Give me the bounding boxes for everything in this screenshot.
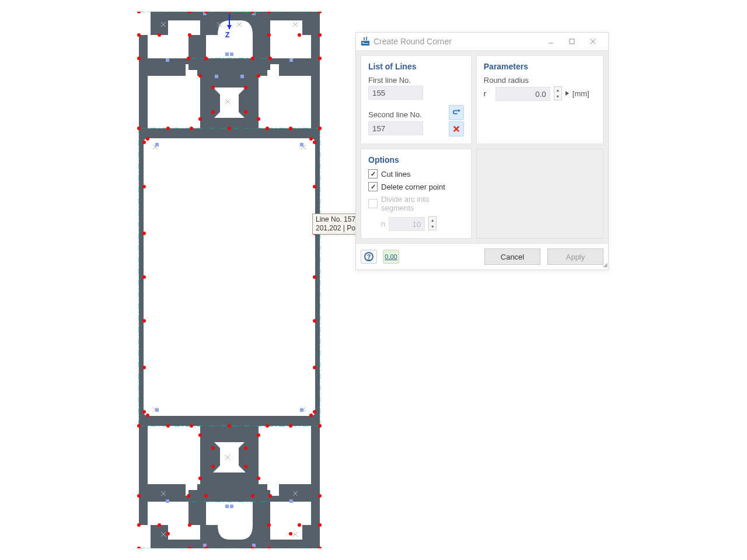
cut-lines-label: Cut lines xyxy=(381,170,411,178)
svg-point-136 xyxy=(268,494,272,498)
divide-arc-checkbox xyxy=(368,199,378,208)
svg-rect-24 xyxy=(300,143,303,146)
help-button[interactable]: ? xyxy=(361,250,377,264)
svg-rect-1 xyxy=(139,35,148,128)
list-of-lines-header: List of Lines xyxy=(368,62,464,71)
dialog-bottombar: ? 0,00 Cancel Apply xyxy=(356,243,608,270)
svg-point-123 xyxy=(266,424,269,428)
svg-point-141 xyxy=(188,523,191,527)
svg-point-103 xyxy=(309,137,313,141)
radius-flyout-icon[interactable] xyxy=(566,91,569,96)
svg-rect-164 xyxy=(362,43,368,44)
dialog-title: Create Round Corner xyxy=(374,37,540,46)
first-line-label: First line No. xyxy=(368,76,464,85)
svg-point-99 xyxy=(228,127,231,130)
svg-point-122 xyxy=(190,424,193,428)
clear-line-button[interactable] xyxy=(449,121,464,136)
svg-point-95 xyxy=(166,127,170,130)
svg-rect-23 xyxy=(155,143,159,146)
pick-swap-button[interactable] xyxy=(449,105,464,120)
svg-rect-165 xyxy=(364,37,365,40)
svg-rect-39 xyxy=(225,505,229,508)
svg-rect-29 xyxy=(166,58,169,62)
svg-point-80 xyxy=(318,57,322,60)
svg-point-112 xyxy=(142,366,146,369)
svg-marker-159 xyxy=(227,25,232,29)
radius-input[interactable] xyxy=(495,87,550,101)
svg-rect-8 xyxy=(311,426,320,525)
svg-point-131 xyxy=(198,477,202,480)
svg-point-88 xyxy=(244,86,247,89)
svg-rect-163 xyxy=(362,42,364,43)
first-line-input[interactable] xyxy=(368,86,423,100)
svg-point-121 xyxy=(289,424,292,428)
empty-panel xyxy=(476,149,603,239)
parameters-header: Parameters xyxy=(484,62,596,71)
svg-point-110 xyxy=(142,319,146,323)
resize-grip-icon[interactable]: ◢ xyxy=(603,261,606,268)
svg-point-152 xyxy=(289,532,292,536)
svg-point-127 xyxy=(211,446,215,450)
cut-lines-checkbox[interactable] xyxy=(368,169,378,178)
svg-point-149 xyxy=(158,523,161,527)
svg-rect-33 xyxy=(166,499,169,503)
svg-rect-11 xyxy=(200,473,259,484)
app-icon xyxy=(361,37,370,46)
svg-point-82 xyxy=(268,57,272,60)
svg-point-105 xyxy=(313,185,316,188)
svg-point-119 xyxy=(318,424,322,428)
svg-point-90 xyxy=(244,110,247,114)
window-minimize-button[interactable] xyxy=(540,34,561,49)
svg-rect-34 xyxy=(289,499,293,503)
svg-rect-2 xyxy=(311,35,320,128)
svg-point-91 xyxy=(198,117,202,121)
help-icon: ? xyxy=(364,252,374,261)
svg-point-142 xyxy=(267,523,271,527)
delete-corner-label: Delete corner point xyxy=(381,183,445,191)
svg-point-126 xyxy=(257,433,260,437)
svg-text:Y: Y xyxy=(252,12,257,16)
radius-stepper[interactable]: ▲▼ xyxy=(554,86,562,100)
svg-point-81 xyxy=(187,57,190,60)
svg-rect-22 xyxy=(144,139,315,415)
svg-point-139 xyxy=(137,523,141,527)
apply-button[interactable]: Apply xyxy=(547,249,603,265)
svg-point-87 xyxy=(211,86,215,89)
window-maximize-button[interactable] xyxy=(561,34,582,49)
svg-point-92 xyxy=(257,117,260,121)
second-line-input[interactable] xyxy=(368,121,423,135)
svg-rect-166 xyxy=(366,37,367,40)
svg-rect-31 xyxy=(215,75,218,78)
svg-point-138 xyxy=(251,494,254,498)
svg-point-102 xyxy=(146,137,149,141)
section-viewport[interactable]: Y Z xyxy=(133,12,326,548)
radius-unit: [mm] xyxy=(573,89,589,98)
svg-point-100 xyxy=(142,141,146,144)
segments-stepper: ▲▼ xyxy=(428,216,437,230)
svg-point-134 xyxy=(318,494,322,498)
round-radius-label: Round radius xyxy=(484,76,596,85)
svg-rect-40 xyxy=(230,505,233,508)
svg-point-101 xyxy=(313,141,316,144)
cancel-button[interactable]: Cancel xyxy=(484,249,540,265)
precision-button[interactable]: 0,00 xyxy=(383,250,399,264)
dialog-titlebar[interactable]: Create Round Corner xyxy=(356,33,608,51)
svg-point-116 xyxy=(146,414,149,417)
svg-point-143 xyxy=(137,547,141,548)
svg-point-93 xyxy=(137,127,141,130)
svg-point-132 xyxy=(257,477,260,480)
svg-point-135 xyxy=(187,494,190,498)
svg-point-109 xyxy=(313,275,316,279)
svg-point-128 xyxy=(244,446,247,450)
svg-rect-7 xyxy=(139,426,148,525)
svg-point-154 xyxy=(298,33,301,37)
svg-point-76 xyxy=(318,33,322,37)
svg-point-133 xyxy=(137,494,141,498)
delete-corner-checkbox[interactable] xyxy=(368,182,378,191)
svg-point-85 xyxy=(198,74,202,78)
svg-rect-5 xyxy=(200,76,259,88)
svg-point-137 xyxy=(204,494,208,498)
svg-point-75 xyxy=(137,33,141,37)
svg-point-117 xyxy=(309,414,313,417)
window-close-button[interactable] xyxy=(582,34,603,49)
